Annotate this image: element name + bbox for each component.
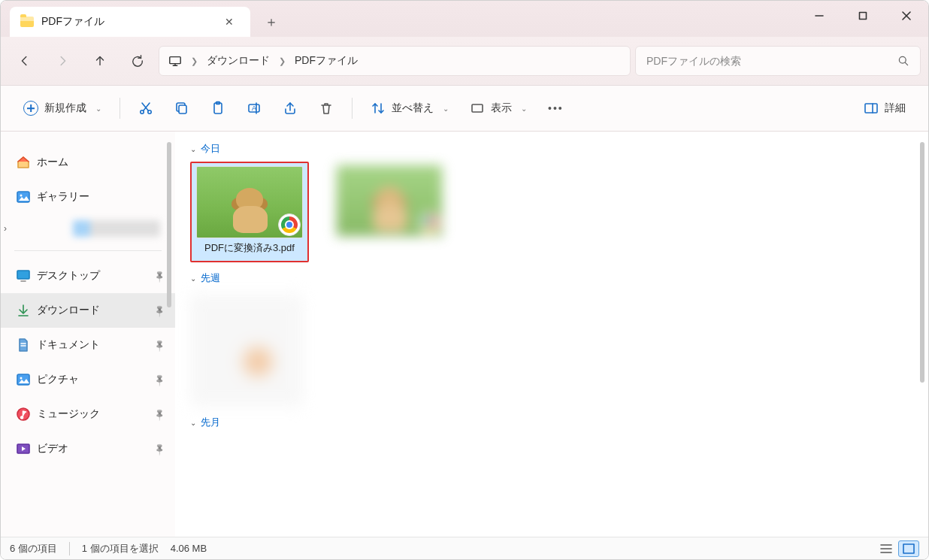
sort-label: 並べ替え bbox=[392, 101, 434, 115]
sidebar-label: デスクトップ bbox=[37, 269, 100, 283]
scrollbar-thumb[interactable] bbox=[920, 142, 924, 383]
search-input[interactable] bbox=[646, 55, 890, 67]
status-count: 6 個の項目 bbox=[10, 542, 57, 555]
chevron-right-icon[interactable]: ❯ bbox=[186, 56, 202, 66]
new-button[interactable]: 新規作成 ⌄ bbox=[16, 93, 109, 123]
svg-line-12 bbox=[144, 103, 150, 111]
file-row: PDFに変換済み3.pdf x bbox=[190, 162, 913, 262]
close-button[interactable] bbox=[885, 1, 928, 31]
share-button[interactable] bbox=[275, 93, 305, 123]
sidebar-item-music[interactable]: ミュージック bbox=[1, 397, 175, 431]
file-item-selected[interactable]: PDFに変換済み3.pdf bbox=[190, 162, 309, 262]
svg-rect-1 bbox=[860, 13, 867, 20]
view-mode-buttons bbox=[876, 540, 919, 557]
copy-button[interactable] bbox=[167, 93, 197, 123]
search-box[interactable] bbox=[635, 46, 921, 76]
sidebar-item-documents[interactable]: ドキュメント bbox=[1, 328, 175, 362]
details-pane-button[interactable]: 詳細 bbox=[856, 93, 913, 123]
more-button[interactable]: ••• bbox=[540, 93, 571, 123]
group-lastmonth: ⌄先月 bbox=[190, 416, 913, 429]
sidebar-label: ドキュメント bbox=[37, 338, 100, 352]
gallery-icon bbox=[16, 189, 31, 204]
sidebar-label: ダウンロード bbox=[37, 304, 100, 317]
tab-close-button[interactable]: ✕ bbox=[219, 11, 240, 32]
group-label: 先月 bbox=[201, 416, 220, 429]
tab-current[interactable]: PDFファイル ✕ bbox=[10, 7, 250, 37]
desktop-icon bbox=[16, 268, 31, 283]
chevron-right-icon[interactable]: › bbox=[4, 223, 7, 234]
redacted-item bbox=[73, 220, 160, 237]
file-item-blurred[interactable] bbox=[190, 294, 303, 407]
chevron-down-icon: ⌄ bbox=[190, 145, 196, 153]
copy-icon bbox=[174, 101, 189, 116]
breadcrumb-seg-downloads[interactable]: ダウンロード bbox=[207, 54, 270, 68]
svg-rect-42 bbox=[903, 544, 914, 553]
new-tab-button[interactable]: ＋ bbox=[256, 7, 286, 37]
content-area[interactable]: ⌄今日 PDFに変換済み3.pdf x ⌄先週 bbox=[175, 132, 928, 537]
divider bbox=[352, 98, 353, 119]
group-header-lastweek[interactable]: ⌄先週 bbox=[190, 271, 913, 285]
details-view-button[interactable] bbox=[876, 540, 897, 557]
svg-text:A: A bbox=[252, 104, 256, 112]
view-button[interactable]: 表示 ⌄ bbox=[462, 93, 534, 123]
pictures-icon bbox=[16, 372, 31, 387]
forward-button[interactable] bbox=[46, 46, 79, 76]
sidebar-item-pictures[interactable]: ピクチャ bbox=[1, 362, 175, 397]
sidebar-item-downloads[interactable]: ダウンロード bbox=[1, 293, 175, 328]
back-button[interactable] bbox=[8, 46, 41, 76]
details-pane-icon bbox=[864, 101, 879, 116]
chevron-down-icon: ⌄ bbox=[95, 104, 101, 113]
group-header-lastmonth[interactable]: ⌄先月 bbox=[190, 416, 913, 429]
window-controls bbox=[797, 1, 928, 31]
minimize-button[interactable] bbox=[797, 1, 841, 31]
chevron-right-icon[interactable]: ❯ bbox=[274, 56, 290, 66]
download-icon bbox=[16, 303, 31, 318]
sidebar-item-desktop[interactable]: デスクトップ bbox=[1, 259, 175, 293]
sidebar-label: ホーム bbox=[37, 156, 68, 169]
sort-button[interactable]: 並べ替え ⌄ bbox=[363, 93, 456, 123]
new-label: 新規作成 bbox=[44, 101, 86, 115]
sidebar-scrollbar[interactable] bbox=[165, 142, 174, 473]
refresh-button[interactable] bbox=[121, 46, 154, 76]
group-lastweek: ⌄先週 bbox=[190, 271, 913, 407]
maximize-button[interactable] bbox=[841, 1, 885, 31]
chevron-down-icon: ⌄ bbox=[443, 104, 449, 113]
up-button[interactable] bbox=[83, 46, 117, 76]
sidebar-item-gallery[interactable]: ギャラリー bbox=[1, 180, 175, 214]
svg-point-35 bbox=[20, 377, 23, 380]
chevron-down-icon: ⌄ bbox=[190, 419, 196, 427]
tab-title: PDFファイル bbox=[41, 15, 211, 29]
toolbar: 新規作成 ⌄ A 並べ替え ⌄ 表示 ⌄ ••• 詳細 bbox=[1, 85, 928, 132]
cut-button[interactable] bbox=[131, 93, 161, 123]
svg-rect-14 bbox=[179, 105, 186, 114]
delete-button[interactable] bbox=[311, 93, 341, 123]
file-row bbox=[190, 291, 913, 407]
group-header-today[interactable]: ⌄今日 bbox=[190, 142, 913, 156]
file-item-blurred[interactable]: x bbox=[330, 162, 449, 259]
status-selected: 1 個の項目を選択 bbox=[82, 542, 159, 555]
svg-rect-5 bbox=[170, 57, 180, 64]
scrollbar-thumb[interactable] bbox=[167, 142, 171, 307]
svg-point-8 bbox=[899, 56, 906, 63]
file-name: PDFに変換済み3.pdf bbox=[203, 238, 296, 258]
paste-button[interactable] bbox=[203, 93, 233, 123]
sort-icon bbox=[371, 101, 386, 116]
video-icon bbox=[16, 441, 31, 456]
thumbnail-view-button[interactable] bbox=[898, 540, 919, 557]
sidebar-item-videos[interactable]: ビデオ bbox=[1, 431, 175, 466]
monitor-icon bbox=[168, 54, 182, 68]
ellipsis-icon: ••• bbox=[548, 102, 564, 114]
svg-rect-24 bbox=[865, 104, 877, 113]
status-bar: 6 個の項目 1 個の項目を選択 4.06 MB bbox=[1, 537, 928, 559]
rename-button[interactable]: A bbox=[239, 93, 269, 123]
sidebar-item-home[interactable]: ホーム bbox=[1, 145, 175, 180]
breadcrumb-seg-current[interactable]: PDFファイル bbox=[295, 54, 358, 68]
divider bbox=[69, 542, 70, 555]
sidebar-item-redacted[interactable]: › bbox=[1, 214, 175, 243]
music-icon bbox=[16, 407, 31, 422]
sidebar-label: ミュージック bbox=[37, 407, 100, 421]
chevron-down-icon: ⌄ bbox=[190, 274, 196, 283]
content-scrollbar[interactable] bbox=[918, 142, 927, 383]
breadcrumb[interactable]: ❯ ダウンロード ❯ PDFファイル bbox=[159, 46, 631, 76]
titlebar: PDFファイル ✕ ＋ bbox=[1, 1, 928, 37]
